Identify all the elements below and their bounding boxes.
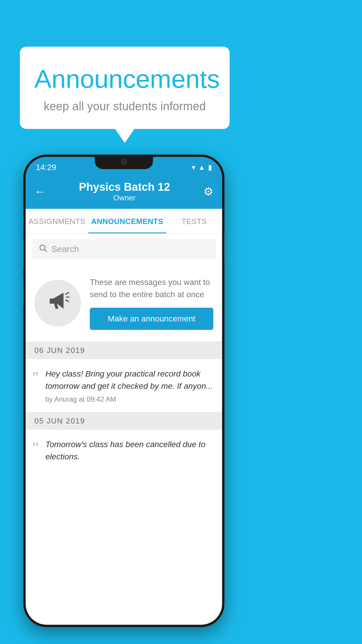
header-center: Physics Batch 12 Owner	[79, 181, 170, 202]
volume-down-button	[23, 277, 24, 306]
settings-button[interactable]: ⚙	[203, 185, 213, 198]
tabs-bar: ASSIGNMENTS ANNOUNCEMENTS TESTS	[26, 209, 222, 234]
status-time: 14:29	[36, 163, 56, 172]
announcement-item-1: " Hey class! Bring your practical record…	[26, 359, 222, 412]
front-camera	[121, 159, 127, 165]
mute-button	[23, 213, 24, 230]
quote-icon-1: "	[31, 370, 40, 384]
tab-announcements[interactable]: ANNOUNCEMENTS	[88, 209, 166, 233]
announcement-description: These are messages you want to send to t…	[90, 276, 213, 301]
make-announcement-button[interactable]: Make an announcement	[90, 308, 213, 330]
back-button[interactable]: ←	[34, 186, 45, 198]
date-separator-2: 05 JUN 2019	[26, 412, 222, 430]
app-header: ← Physics Batch 12 Owner ⚙	[26, 175, 222, 209]
tab-assignments[interactable]: ASSIGNMENTS	[26, 209, 88, 233]
svg-line-2	[66, 293, 69, 294]
quote-icon-2: "	[31, 440, 40, 455]
search-placeholder: Search	[51, 244, 79, 254]
speech-bubble-wrapper: Announcements keep all your students inf…	[20, 47, 230, 129]
header-title: Physics Batch 12	[79, 181, 170, 193]
signal-icon: ▲	[198, 163, 205, 172]
tab-tests[interactable]: TESTS	[166, 209, 222, 233]
phone-frame: 14:29 ▾ ▲ ▮ ← Physics Batch 12 Owner ⚙ A…	[23, 155, 224, 627]
phone-notch	[95, 155, 153, 169]
speech-bubble: Announcements keep all your students inf…	[20, 47, 230, 129]
megaphone-circle	[34, 280, 81, 326]
search-icon	[38, 244, 47, 255]
announcement-text-2: Tomorrow's class has been cancelled due …	[45, 438, 213, 463]
speech-bubble-subtitle: keep all your students informed	[34, 100, 215, 113]
header-subtitle: Owner	[79, 193, 170, 202]
svg-line-4	[66, 300, 69, 301]
search-container: Search	[26, 234, 222, 265]
announcement-author-1: by Anurag at 09:42 AM	[45, 395, 213, 403]
date-separator-1: 06 JUN 2019	[26, 342, 222, 359]
svg-line-1	[45, 250, 47, 252]
wifi-icon: ▾	[192, 163, 195, 172]
search-input-wrapper[interactable]: Search	[32, 239, 216, 259]
phone-wrapper: 14:29 ▾ ▲ ▮ ← Physics Batch 12 Owner ⚙ A…	[23, 155, 224, 627]
power-button	[224, 236, 224, 260]
battery-icon: ▮	[208, 163, 212, 172]
announcement-content-2: Tomorrow's class has been cancelled due …	[45, 438, 213, 466]
megaphone-icon	[46, 289, 69, 317]
speech-bubble-title: Announcements	[34, 64, 215, 94]
announcement-prompt: These are messages you want to send to t…	[26, 265, 222, 342]
phone-screen: 14:29 ▾ ▲ ▮ ← Physics Batch 12 Owner ⚙ A…	[26, 157, 222, 625]
announcement-right: These are messages you want to send to t…	[90, 276, 213, 330]
announcement-item-2: " Tomorrow's class has been cancelled du…	[26, 430, 222, 475]
status-icons: ▾ ▲ ▮	[192, 163, 212, 172]
volume-up-button	[23, 239, 24, 268]
announcement-content-1: Hey class! Bring your practical record b…	[45, 368, 213, 403]
announcement-text-1: Hey class! Bring your practical record b…	[45, 368, 213, 392]
